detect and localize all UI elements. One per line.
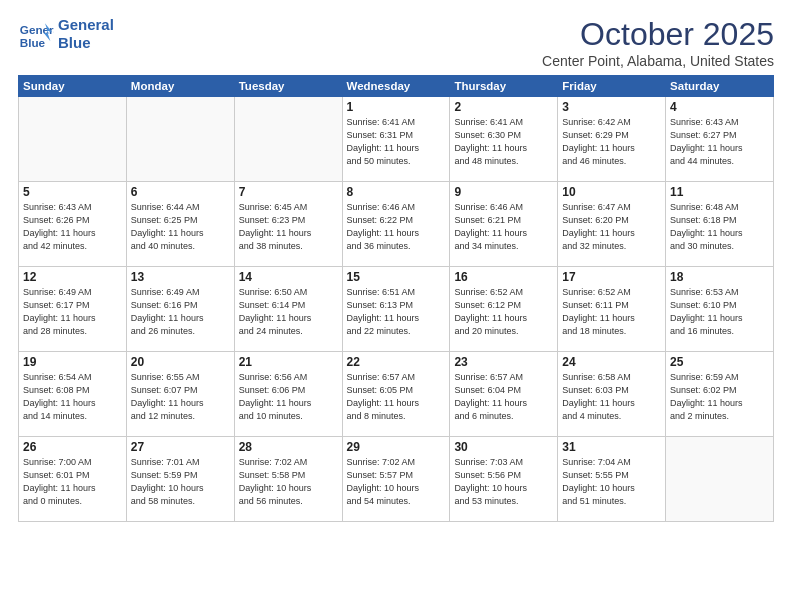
calendar-cell: 4Sunrise: 6:43 AM Sunset: 6:27 PM Daylig… [666, 97, 774, 182]
calendar-cell [234, 97, 342, 182]
svg-text:Blue: Blue [20, 36, 46, 49]
day-info: Sunrise: 6:57 AM Sunset: 6:04 PM Dayligh… [454, 371, 553, 423]
weekday-header: Wednesday [342, 76, 450, 97]
calendar-cell: 25Sunrise: 6:59 AM Sunset: 6:02 PM Dayli… [666, 352, 774, 437]
weekday-header: Friday [558, 76, 666, 97]
day-info: Sunrise: 6:41 AM Sunset: 6:30 PM Dayligh… [454, 116, 553, 168]
calendar-week-row: 12Sunrise: 6:49 AM Sunset: 6:17 PM Dayli… [19, 267, 774, 352]
day-info: Sunrise: 7:02 AM Sunset: 5:58 PM Dayligh… [239, 456, 338, 508]
logo-general: General [58, 16, 114, 34]
day-number: 26 [23, 440, 122, 454]
day-info: Sunrise: 6:41 AM Sunset: 6:31 PM Dayligh… [347, 116, 446, 168]
calendar-cell: 7Sunrise: 6:45 AM Sunset: 6:23 PM Daylig… [234, 182, 342, 267]
calendar-cell: 8Sunrise: 6:46 AM Sunset: 6:22 PM Daylig… [342, 182, 450, 267]
day-number: 18 [670, 270, 769, 284]
weekday-header: Saturday [666, 76, 774, 97]
day-info: Sunrise: 6:52 AM Sunset: 6:12 PM Dayligh… [454, 286, 553, 338]
day-info: Sunrise: 6:59 AM Sunset: 6:02 PM Dayligh… [670, 371, 769, 423]
calendar-cell: 12Sunrise: 6:49 AM Sunset: 6:17 PM Dayli… [19, 267, 127, 352]
page-container: General Blue General Blue October 2025 C… [0, 0, 792, 612]
calendar-week-row: 26Sunrise: 7:00 AM Sunset: 6:01 PM Dayli… [19, 437, 774, 522]
month-title: October 2025 [542, 16, 774, 53]
calendar-week-row: 1Sunrise: 6:41 AM Sunset: 6:31 PM Daylig… [19, 97, 774, 182]
day-info: Sunrise: 7:02 AM Sunset: 5:57 PM Dayligh… [347, 456, 446, 508]
day-number: 7 [239, 185, 338, 199]
day-number: 13 [131, 270, 230, 284]
day-number: 17 [562, 270, 661, 284]
day-number: 15 [347, 270, 446, 284]
calendar-week-row: 19Sunrise: 6:54 AM Sunset: 6:08 PM Dayli… [19, 352, 774, 437]
calendar-cell: 3Sunrise: 6:42 AM Sunset: 6:29 PM Daylig… [558, 97, 666, 182]
day-info: Sunrise: 6:43 AM Sunset: 6:27 PM Dayligh… [670, 116, 769, 168]
day-number: 22 [347, 355, 446, 369]
day-number: 9 [454, 185, 553, 199]
calendar-cell: 27Sunrise: 7:01 AM Sunset: 5:59 PM Dayli… [126, 437, 234, 522]
day-info: Sunrise: 6:50 AM Sunset: 6:14 PM Dayligh… [239, 286, 338, 338]
day-info: Sunrise: 7:04 AM Sunset: 5:55 PM Dayligh… [562, 456, 661, 508]
day-info: Sunrise: 6:53 AM Sunset: 6:10 PM Dayligh… [670, 286, 769, 338]
header: General Blue General Blue October 2025 C… [18, 16, 774, 69]
weekday-header: Tuesday [234, 76, 342, 97]
weekday-header: Sunday [19, 76, 127, 97]
day-info: Sunrise: 6:55 AM Sunset: 6:07 PM Dayligh… [131, 371, 230, 423]
calendar-header-row: SundayMondayTuesdayWednesdayThursdayFrid… [19, 76, 774, 97]
logo-icon: General Blue [18, 16, 54, 52]
day-number: 8 [347, 185, 446, 199]
day-number: 1 [347, 100, 446, 114]
day-number: 2 [454, 100, 553, 114]
day-info: Sunrise: 6:43 AM Sunset: 6:26 PM Dayligh… [23, 201, 122, 253]
day-info: Sunrise: 6:45 AM Sunset: 6:23 PM Dayligh… [239, 201, 338, 253]
day-number: 3 [562, 100, 661, 114]
day-number: 5 [23, 185, 122, 199]
calendar-cell: 2Sunrise: 6:41 AM Sunset: 6:30 PM Daylig… [450, 97, 558, 182]
day-number: 30 [454, 440, 553, 454]
day-number: 6 [131, 185, 230, 199]
calendar-cell: 19Sunrise: 6:54 AM Sunset: 6:08 PM Dayli… [19, 352, 127, 437]
day-info: Sunrise: 6:46 AM Sunset: 6:22 PM Dayligh… [347, 201, 446, 253]
day-info: Sunrise: 6:58 AM Sunset: 6:03 PM Dayligh… [562, 371, 661, 423]
day-number: 29 [347, 440, 446, 454]
calendar-cell: 20Sunrise: 6:55 AM Sunset: 6:07 PM Dayli… [126, 352, 234, 437]
day-info: Sunrise: 7:01 AM Sunset: 5:59 PM Dayligh… [131, 456, 230, 508]
logo: General Blue General Blue [18, 16, 114, 52]
calendar-table: SundayMondayTuesdayWednesdayThursdayFrid… [18, 75, 774, 522]
calendar-cell: 11Sunrise: 6:48 AM Sunset: 6:18 PM Dayli… [666, 182, 774, 267]
day-info: Sunrise: 6:56 AM Sunset: 6:06 PM Dayligh… [239, 371, 338, 423]
day-number: 21 [239, 355, 338, 369]
title-block: October 2025 Center Point, Alabama, Unit… [542, 16, 774, 69]
calendar-cell: 23Sunrise: 6:57 AM Sunset: 6:04 PM Dayli… [450, 352, 558, 437]
day-number: 14 [239, 270, 338, 284]
calendar-cell: 6Sunrise: 6:44 AM Sunset: 6:25 PM Daylig… [126, 182, 234, 267]
calendar-cell: 13Sunrise: 6:49 AM Sunset: 6:16 PM Dayli… [126, 267, 234, 352]
calendar-cell: 18Sunrise: 6:53 AM Sunset: 6:10 PM Dayli… [666, 267, 774, 352]
day-number: 23 [454, 355, 553, 369]
day-number: 12 [23, 270, 122, 284]
calendar-cell: 29Sunrise: 7:02 AM Sunset: 5:57 PM Dayli… [342, 437, 450, 522]
day-number: 27 [131, 440, 230, 454]
calendar-cell [126, 97, 234, 182]
day-info: Sunrise: 6:49 AM Sunset: 6:17 PM Dayligh… [23, 286, 122, 338]
calendar-cell: 31Sunrise: 7:04 AM Sunset: 5:55 PM Dayli… [558, 437, 666, 522]
calendar-cell: 26Sunrise: 7:00 AM Sunset: 6:01 PM Dayli… [19, 437, 127, 522]
day-number: 25 [670, 355, 769, 369]
weekday-header: Monday [126, 76, 234, 97]
day-number: 19 [23, 355, 122, 369]
calendar-cell: 21Sunrise: 6:56 AM Sunset: 6:06 PM Dayli… [234, 352, 342, 437]
calendar-cell [19, 97, 127, 182]
day-info: Sunrise: 6:49 AM Sunset: 6:16 PM Dayligh… [131, 286, 230, 338]
day-info: Sunrise: 6:44 AM Sunset: 6:25 PM Dayligh… [131, 201, 230, 253]
day-info: Sunrise: 6:47 AM Sunset: 6:20 PM Dayligh… [562, 201, 661, 253]
day-info: Sunrise: 7:03 AM Sunset: 5:56 PM Dayligh… [454, 456, 553, 508]
calendar-cell: 10Sunrise: 6:47 AM Sunset: 6:20 PM Dayli… [558, 182, 666, 267]
calendar-cell: 16Sunrise: 6:52 AM Sunset: 6:12 PM Dayli… [450, 267, 558, 352]
calendar-cell: 17Sunrise: 6:52 AM Sunset: 6:11 PM Dayli… [558, 267, 666, 352]
day-number: 28 [239, 440, 338, 454]
calendar-cell: 9Sunrise: 6:46 AM Sunset: 6:21 PM Daylig… [450, 182, 558, 267]
day-info: Sunrise: 6:51 AM Sunset: 6:13 PM Dayligh… [347, 286, 446, 338]
day-number: 10 [562, 185, 661, 199]
day-info: Sunrise: 6:46 AM Sunset: 6:21 PM Dayligh… [454, 201, 553, 253]
calendar-week-row: 5Sunrise: 6:43 AM Sunset: 6:26 PM Daylig… [19, 182, 774, 267]
calendar-cell: 22Sunrise: 6:57 AM Sunset: 6:05 PM Dayli… [342, 352, 450, 437]
calendar-cell [666, 437, 774, 522]
day-info: Sunrise: 6:57 AM Sunset: 6:05 PM Dayligh… [347, 371, 446, 423]
